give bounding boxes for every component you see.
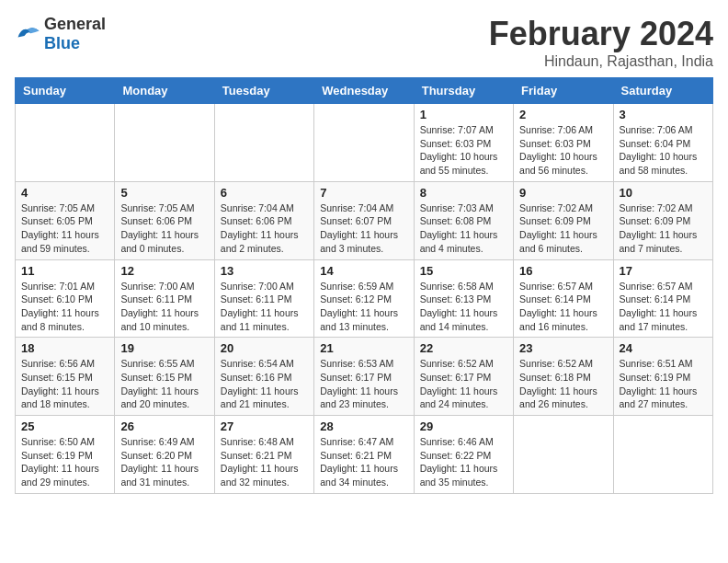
calendar-cell: 10Sunrise: 7:02 AM Sunset: 6:09 PM Dayli… — [613, 181, 712, 259]
calendar-header-monday: Monday — [115, 78, 214, 104]
day-info: Sunrise: 6:53 AM Sunset: 6:17 PM Dayligh… — [320, 357, 407, 411]
calendar-cell: 29Sunrise: 6:46 AM Sunset: 6:22 PM Dayli… — [414, 416, 513, 494]
day-info: Sunrise: 7:02 AM Sunset: 6:09 PM Dayligh… — [620, 201, 707, 256]
calendar-cell: 7Sunrise: 7:04 AM Sunset: 6:07 PM Daylig… — [314, 181, 414, 259]
day-number: 17 — [620, 264, 707, 278]
calendar-header-saturday: Saturday — [613, 78, 712, 104]
calendar-header-row: SundayMondayTuesdayWednesdayThursdayFrid… — [16, 78, 713, 104]
calendar-cell: 13Sunrise: 7:00 AM Sunset: 6:11 PM Dayli… — [214, 259, 313, 338]
day-number: 12 — [120, 264, 208, 278]
calendar-cell: 26Sunrise: 6:49 AM Sunset: 6:20 PM Dayli… — [115, 416, 214, 494]
day-info: Sunrise: 7:07 AM Sunset: 6:03 PM Dayligh… — [420, 123, 507, 178]
day-info: Sunrise: 7:04 AM Sunset: 6:07 PM Dayligh… — [320, 201, 407, 256]
day-number: 2 — [519, 108, 607, 121]
day-info: Sunrise: 7:00 AM Sunset: 6:11 PM Dayligh… — [120, 280, 208, 334]
logo-general: General — [44, 15, 106, 33]
day-info: Sunrise: 7:01 AM Sunset: 6:10 PM Dayligh… — [21, 280, 108, 334]
day-info: Sunrise: 6:52 AM Sunset: 6:17 PM Dayligh… — [420, 357, 507, 411]
day-info: Sunrise: 7:05 AM Sunset: 6:06 PM Dayligh… — [120, 201, 208, 256]
logo-text: General Blue — [44, 15, 106, 53]
day-number: 1 — [420, 108, 507, 121]
calendar-week-3: 11Sunrise: 7:01 AM Sunset: 6:10 PM Dayli… — [16, 259, 713, 338]
day-info: Sunrise: 6:50 AM Sunset: 6:19 PM Dayligh… — [21, 435, 108, 489]
calendar-table: SundayMondayTuesdayWednesdayThursdayFrid… — [15, 77, 713, 494]
calendar-week-1: 1Sunrise: 7:07 AM Sunset: 6:03 PM Daylig… — [16, 104, 713, 182]
day-number: 11 — [21, 264, 108, 278]
calendar-cell — [214, 104, 313, 182]
day-number: 4 — [21, 186, 108, 200]
calendar-cell: 15Sunrise: 6:58 AM Sunset: 6:13 PM Dayli… — [414, 259, 513, 338]
day-number: 19 — [120, 341, 208, 355]
day-number: 10 — [620, 186, 707, 200]
calendar-cell: 6Sunrise: 7:04 AM Sunset: 6:06 PM Daylig… — [214, 181, 313, 259]
day-number: 6 — [221, 186, 308, 200]
calendar-week-2: 4Sunrise: 7:05 AM Sunset: 6:05 PM Daylig… — [16, 181, 713, 259]
day-number: 23 — [519, 341, 607, 355]
day-info: Sunrise: 6:48 AM Sunset: 6:21 PM Dayligh… — [221, 435, 308, 489]
day-number: 14 — [320, 264, 407, 278]
day-number: 7 — [320, 186, 407, 200]
calendar-cell — [314, 104, 414, 182]
day-number: 29 — [420, 419, 507, 433]
calendar-header-sunday: Sunday — [16, 78, 115, 104]
day-info: Sunrise: 7:05 AM Sunset: 6:05 PM Dayligh… — [21, 201, 108, 256]
calendar-week-5: 25Sunrise: 6:50 AM Sunset: 6:19 PM Dayli… — [16, 416, 713, 494]
day-info: Sunrise: 6:55 AM Sunset: 6:15 PM Dayligh… — [120, 357, 208, 411]
day-info: Sunrise: 6:58 AM Sunset: 6:13 PM Dayligh… — [420, 280, 507, 334]
calendar-cell: 14Sunrise: 6:59 AM Sunset: 6:12 PM Dayli… — [314, 259, 414, 338]
logo-blue: Blue — [44, 34, 80, 52]
calendar-header-tuesday: Tuesday — [214, 78, 313, 104]
calendar-header-friday: Friday — [514, 78, 613, 104]
day-info: Sunrise: 6:49 AM Sunset: 6:20 PM Dayligh… — [120, 435, 208, 489]
calendar-cell: 11Sunrise: 7:01 AM Sunset: 6:10 PM Dayli… — [16, 259, 115, 338]
calendar-cell: 24Sunrise: 6:51 AM Sunset: 6:19 PM Dayli… — [613, 338, 712, 416]
day-info: Sunrise: 6:56 AM Sunset: 6:15 PM Dayligh… — [21, 357, 108, 411]
header: General Blue February 2024 Hindaun, Raja… — [15, 15, 713, 70]
calendar-cell: 3Sunrise: 7:06 AM Sunset: 6:04 PM Daylig… — [613, 104, 712, 182]
day-number: 8 — [420, 186, 507, 200]
calendar-cell — [613, 416, 712, 494]
day-info: Sunrise: 7:04 AM Sunset: 6:06 PM Dayligh… — [221, 201, 308, 256]
day-number: 16 — [519, 264, 607, 278]
day-number: 27 — [221, 419, 308, 433]
day-info: Sunrise: 6:46 AM Sunset: 6:22 PM Dayligh… — [420, 435, 507, 489]
day-number: 15 — [420, 264, 507, 278]
day-number: 3 — [620, 108, 707, 121]
calendar-cell: 5Sunrise: 7:05 AM Sunset: 6:06 PM Daylig… — [115, 181, 214, 259]
calendar-cell: 17Sunrise: 6:57 AM Sunset: 6:14 PM Dayli… — [613, 259, 712, 338]
logo: General Blue — [15, 15, 106, 53]
calendar-cell: 22Sunrise: 6:52 AM Sunset: 6:17 PM Dayli… — [414, 338, 513, 416]
day-number: 26 — [120, 419, 208, 433]
day-info: Sunrise: 6:54 AM Sunset: 6:16 PM Dayligh… — [221, 357, 308, 411]
calendar-cell: 9Sunrise: 7:02 AM Sunset: 6:09 PM Daylig… — [514, 181, 613, 259]
day-number: 18 — [21, 341, 108, 355]
calendar-cell: 4Sunrise: 7:05 AM Sunset: 6:05 PM Daylig… — [16, 181, 115, 259]
calendar-header-wednesday: Wednesday — [314, 78, 414, 104]
day-number: 20 — [221, 341, 308, 355]
calendar-cell — [115, 104, 214, 182]
calendar-week-4: 18Sunrise: 6:56 AM Sunset: 6:15 PM Dayli… — [16, 338, 713, 416]
day-number: 25 — [21, 419, 108, 433]
day-info: Sunrise: 7:03 AM Sunset: 6:08 PM Dayligh… — [420, 201, 507, 256]
day-number: 21 — [320, 341, 407, 355]
day-number: 13 — [221, 264, 308, 278]
day-info: Sunrise: 6:57 AM Sunset: 6:14 PM Dayligh… — [519, 280, 607, 334]
title-area: February 2024 Hindaun, Rajasthan, India — [489, 15, 713, 70]
day-number: 5 — [120, 186, 208, 200]
calendar-cell — [514, 416, 613, 494]
calendar-cell: 27Sunrise: 6:48 AM Sunset: 6:21 PM Dayli… — [214, 416, 313, 494]
calendar-cell: 19Sunrise: 6:55 AM Sunset: 6:15 PM Dayli… — [115, 338, 214, 416]
month-title: February 2024 — [489, 15, 713, 53]
calendar-cell: 8Sunrise: 7:03 AM Sunset: 6:08 PM Daylig… — [414, 181, 513, 259]
calendar-cell: 23Sunrise: 6:52 AM Sunset: 6:18 PM Dayli… — [514, 338, 613, 416]
day-info: Sunrise: 7:06 AM Sunset: 6:03 PM Dayligh… — [519, 123, 607, 178]
calendar-cell: 12Sunrise: 7:00 AM Sunset: 6:11 PM Dayli… — [115, 259, 214, 338]
day-info: Sunrise: 6:52 AM Sunset: 6:18 PM Dayligh… — [519, 357, 607, 411]
calendar-cell: 1Sunrise: 7:07 AM Sunset: 6:03 PM Daylig… — [414, 104, 513, 182]
calendar-cell: 18Sunrise: 6:56 AM Sunset: 6:15 PM Dayli… — [16, 338, 115, 416]
calendar-cell — [16, 104, 115, 182]
location: Hindaun, Rajasthan, India — [489, 53, 713, 70]
day-number: 9 — [519, 186, 607, 200]
calendar-cell: 21Sunrise: 6:53 AM Sunset: 6:17 PM Dayli… — [314, 338, 414, 416]
day-number: 22 — [420, 341, 507, 355]
